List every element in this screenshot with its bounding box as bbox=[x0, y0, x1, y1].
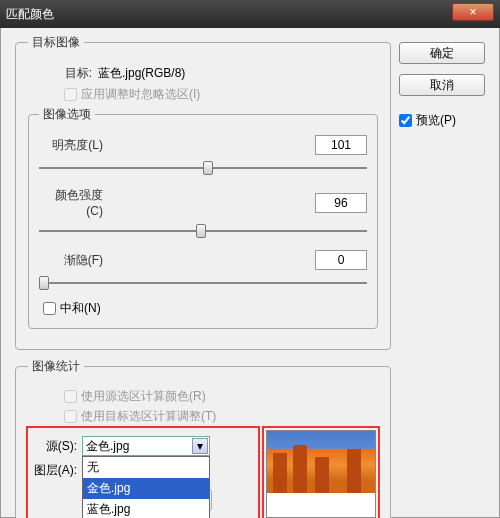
use-source-sel-box bbox=[64, 390, 77, 403]
preview-box[interactable] bbox=[399, 114, 412, 127]
target-label: 目标: bbox=[28, 65, 98, 82]
image-options-legend: 图像选项 bbox=[39, 106, 95, 123]
image-stats-legend: 图像统计 bbox=[28, 358, 84, 375]
preview-label: 预览(P) bbox=[416, 112, 456, 129]
intensity-input[interactable] bbox=[315, 193, 367, 213]
source-select[interactable]: 金色.jpg ▾ 无 金色.jpg 蓝色.jpg bbox=[82, 436, 210, 456]
preview-checkbox[interactable]: 预览(P) bbox=[399, 112, 491, 129]
source-dropdown: 无 金色.jpg 蓝色.jpg bbox=[82, 456, 210, 518]
dropdown-arrow-icon: ▾ bbox=[192, 438, 208, 454]
ignore-sel-label: 应用调整时忽略选区(I) bbox=[81, 86, 200, 103]
source-option-gold[interactable]: 金色.jpg bbox=[83, 478, 209, 499]
luminance-label: 明亮度(L) bbox=[39, 137, 109, 154]
layer-label: 图层(A): bbox=[30, 462, 82, 479]
thumbnail-image bbox=[267, 431, 375, 493]
neutralize-checkbox[interactable]: 中和(N) bbox=[43, 300, 367, 317]
cancel-button[interactable]: 取消 bbox=[399, 74, 485, 96]
image-stats-group: 图像统计 使用源选区计算颜色(R) 使用目标选区计算调整(T) 源(S): 金色… bbox=[15, 358, 391, 518]
dialog-title: 匹配颜色 bbox=[6, 6, 54, 23]
luminance-input[interactable] bbox=[315, 135, 367, 155]
target-image-legend: 目标图像 bbox=[28, 34, 84, 51]
source-thumbnail bbox=[266, 430, 376, 518]
luminance-slider[interactable] bbox=[39, 159, 367, 177]
intensity-label: 颜色强度(C) bbox=[39, 187, 109, 218]
fade-input[interactable] bbox=[315, 250, 367, 270]
intensity-slider[interactable] bbox=[39, 222, 367, 240]
ok-button[interactable]: 确定 bbox=[399, 42, 485, 64]
use-source-sel-checkbox: 使用源选区计算颜色(R) bbox=[64, 388, 378, 405]
close-button[interactable]: × bbox=[452, 3, 494, 21]
ignore-selection-checkbox: 应用调整时忽略选区(I) bbox=[64, 86, 378, 103]
fade-label: 渐隐(F) bbox=[39, 252, 109, 269]
target-value: 蓝色.jpg(RGB/8) bbox=[98, 65, 185, 82]
source-select-value: 金色.jpg bbox=[86, 438, 129, 455]
neutralize-label: 中和(N) bbox=[60, 300, 101, 317]
neutralize-box[interactable] bbox=[43, 302, 56, 315]
close-icon: × bbox=[469, 5, 476, 19]
dialog-content: 目标图像 目标: 蓝色.jpg(RGB/8) 应用调整时忽略选区(I) 图像选项… bbox=[0, 28, 500, 518]
source-option-none[interactable]: 无 bbox=[83, 457, 209, 478]
image-options-group: 图像选项 明亮度(L) 颜色强度(C) 渐隐(F) bbox=[28, 106, 378, 329]
use-target-sel-box bbox=[64, 410, 77, 423]
ignore-sel-box bbox=[64, 88, 77, 101]
titlebar: 匹配颜色 × bbox=[0, 0, 500, 28]
use-source-sel-label: 使用源选区计算颜色(R) bbox=[81, 388, 206, 405]
source-label: 源(S): bbox=[30, 438, 82, 455]
source-option-blue[interactable]: 蓝色.jpg bbox=[83, 499, 209, 518]
use-target-sel-label: 使用目标选区计算调整(T) bbox=[81, 408, 216, 425]
target-image-group: 目标图像 目标: 蓝色.jpg(RGB/8) 应用调整时忽略选区(I) 图像选项… bbox=[15, 34, 391, 350]
use-target-sel-checkbox: 使用目标选区计算调整(T) bbox=[64, 408, 378, 425]
fade-slider[interactable] bbox=[39, 274, 367, 292]
